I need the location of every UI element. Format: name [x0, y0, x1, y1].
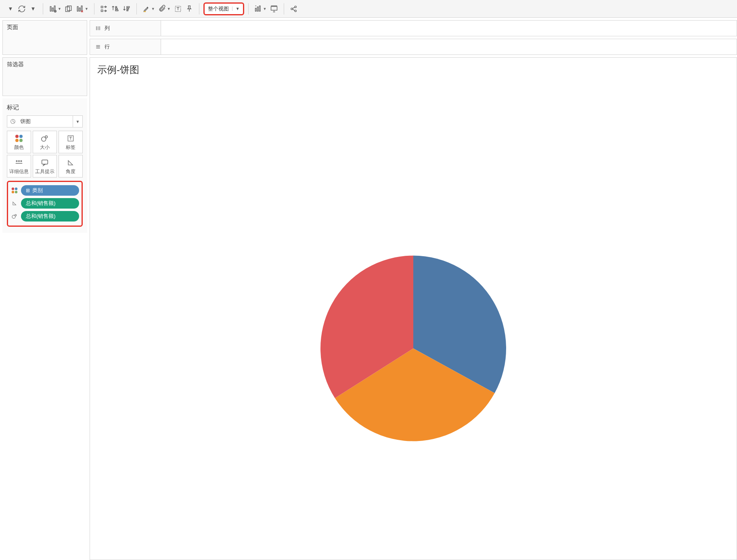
marks-angle-label: 角度	[66, 168, 75, 175]
marks-size-label: 大小	[40, 144, 50, 151]
svg-rect-10	[101, 10, 103, 11]
marks-detail-label: 详细信息	[9, 168, 29, 175]
marks-tooltip-button[interactable]: 工具提示	[33, 155, 57, 178]
svg-point-31	[21, 160, 22, 161]
sort-desc-icon[interactable]	[121, 3, 132, 15]
swap-axes-icon[interactable]	[98, 3, 110, 15]
svg-rect-7	[79, 8, 80, 11]
svg-rect-21	[271, 6, 277, 10]
mark-type-dropdown[interactable]: 饼图 ▼	[7, 115, 83, 127]
columns-drop-zone[interactable]	[161, 21, 737, 36]
pill-row: 总和(销售额)	[10, 211, 79, 221]
sheet-title: 示例-饼图	[97, 63, 729, 76]
marks-pills-area: ⊞ 类别 总和(销售额) 总和(销售额)	[7, 181, 83, 227]
svg-rect-1	[52, 8, 53, 11]
plus-box-icon: ⊞	[26, 188, 30, 193]
svg-point-34	[15, 214, 17, 216]
svg-rect-0	[50, 6, 51, 11]
marks-size-button[interactable]: 大小	[33, 131, 57, 153]
rows-drop-zone[interactable]	[161, 39, 737, 54]
angle-icon	[10, 201, 19, 206]
sheet-canvas: 示例-饼图	[90, 57, 737, 560]
content-area: 列 行 示例-饼图	[90, 18, 737, 560]
svg-rect-19	[257, 7, 258, 11]
highlight-icon[interactable]: ▼	[141, 3, 157, 15]
duplicate-sheet-icon[interactable]	[63, 3, 74, 15]
marks-title: 标记	[7, 104, 83, 111]
pill-sum-sales-size[interactable]: 总和(销售额)	[21, 211, 79, 221]
label-icon	[67, 134, 75, 143]
pin-icon[interactable]	[184, 3, 195, 15]
pages-title: 页面	[7, 24, 83, 31]
chevron-down-icon: ▼	[73, 116, 82, 127]
color-dots-icon	[10, 187, 19, 194]
marks-color-label: 颜色	[14, 144, 24, 151]
svg-rect-13	[115, 10, 118, 11]
color-dots-icon	[15, 134, 23, 143]
attachment-icon[interactable]: ▼	[157, 3, 172, 15]
new-worksheet-icon[interactable]: ▼	[47, 3, 63, 15]
rows-text: 行	[105, 43, 110, 50]
svg-rect-6	[77, 6, 78, 11]
filters-shelf[interactable]: 筛选器	[2, 57, 87, 96]
share-icon[interactable]	[288, 3, 299, 15]
size-icon	[10, 213, 19, 219]
chevron-down-icon: ▼	[232, 6, 240, 11]
pill-row: 总和(销售额)	[10, 198, 79, 209]
pages-shelf[interactable]: 页面	[2, 20, 87, 55]
rows-icon	[95, 44, 101, 50]
svg-rect-18	[255, 8, 256, 11]
columns-icon	[95, 25, 101, 31]
main-area: 页面 筛选器 标记 饼图 ▼ 颜色 大小	[0, 18, 737, 560]
marks-label-label: 标签	[66, 144, 75, 151]
refresh-icon[interactable]	[16, 3, 27, 15]
rows-shelf-label: 行	[90, 39, 161, 54]
marks-angle-button[interactable]: 角度	[59, 155, 83, 178]
fit-view-label: 整个视图	[208, 5, 229, 13]
marks-detail-button[interactable]: 详细信息	[7, 155, 31, 178]
pill-row: ⊞ 类别	[10, 185, 79, 196]
size-icon	[40, 134, 49, 143]
fit-view-dropdown[interactable]: 整个视图 ▼	[203, 2, 244, 15]
columns-shelf[interactable]: 列	[90, 20, 737, 36]
dropdown-caret-icon[interactable]: ▼	[27, 3, 39, 15]
svg-rect-5	[67, 6, 71, 10]
svg-rect-20	[259, 6, 260, 11]
pill-label: 总和(销售额)	[26, 200, 56, 207]
columns-text: 列	[105, 25, 110, 32]
dropdown-caret-icon[interactable]: ▼	[5, 3, 16, 15]
svg-rect-4	[65, 7, 69, 12]
svg-point-27	[45, 136, 48, 138]
marks-color-button[interactable]: 颜色	[7, 131, 31, 153]
svg-rect-9	[101, 6, 103, 8]
columns-shelf-label: 列	[90, 21, 161, 36]
presentation-icon[interactable]	[268, 3, 280, 15]
pie-icon	[7, 118, 19, 125]
svg-rect-12	[115, 8, 117, 9]
svg-rect-32	[42, 160, 48, 164]
svg-rect-11	[115, 6, 117, 8]
svg-rect-14	[127, 6, 130, 8]
toolbar: ▼ ▼ ▼ ▼ ▼	[0, 0, 737, 18]
svg-rect-15	[127, 8, 129, 9]
rows-shelf[interactable]: 行	[90, 39, 737, 55]
clear-sheet-icon[interactable]: ▼	[74, 3, 90, 15]
marks-label-button[interactable]: 标签	[59, 131, 83, 153]
svg-point-30	[19, 160, 20, 161]
pill-category[interactable]: ⊞ 类别	[21, 185, 79, 196]
mark-type-label: 饼图	[19, 118, 73, 125]
text-label-icon[interactable]	[172, 3, 184, 15]
angle-icon	[67, 158, 75, 167]
svg-rect-16	[127, 10, 128, 11]
svg-point-29	[16, 160, 17, 161]
pill-sum-sales-angle[interactable]: 总和(销售额)	[21, 198, 79, 209]
marks-card: 标记 饼图 ▼ 颜色 大小 标签	[2, 98, 87, 233]
sort-asc-icon[interactable]	[110, 3, 121, 15]
tooltip-icon	[40, 158, 49, 167]
marks-tooltip-label: 工具提示	[35, 168, 54, 175]
pill-label: 类别	[32, 187, 43, 194]
detail-icon	[15, 158, 23, 167]
pill-label: 总和(销售额)	[26, 213, 56, 220]
sidebar: 页面 筛选器 标记 饼图 ▼ 颜色 大小	[0, 18, 90, 560]
show-me-icon[interactable]: ▼	[253, 3, 268, 15]
